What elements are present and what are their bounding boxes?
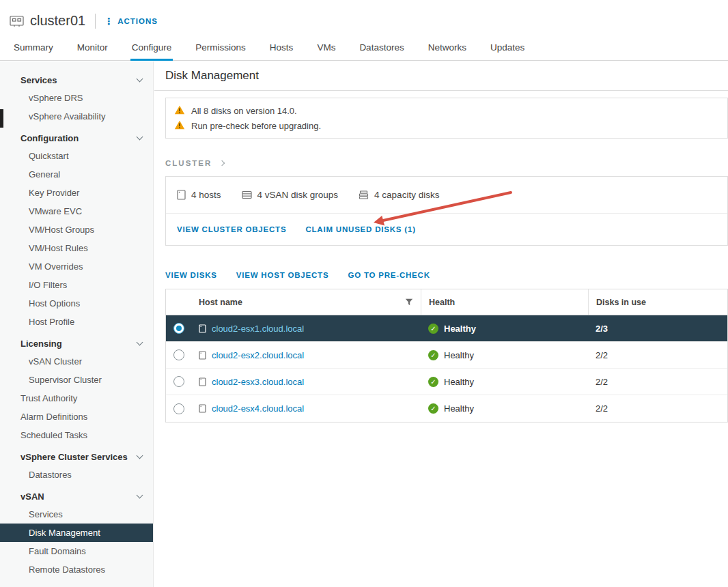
alert-row: All 8 disks on version 14.0. xyxy=(174,103,719,118)
sidebar-item-host-profile[interactable]: Host Profile xyxy=(0,313,153,331)
host-icon xyxy=(177,190,186,200)
sidebar-item-vsphere-drs[interactable]: vSphere DRS xyxy=(0,89,153,107)
table-row[interactable]: cloud2-esx3.cloud.local ✓ Healthy 2/2 xyxy=(166,369,727,395)
hosts-stat: 4 hosts xyxy=(177,190,221,200)
tab-configure[interactable]: Configure xyxy=(130,36,173,61)
row-radio[interactable] xyxy=(173,403,184,414)
sidebar-item-alarm-definitions[interactable]: Alarm Definitions xyxy=(0,407,153,426)
view-disks-link[interactable]: VIEW DISKS xyxy=(165,271,217,279)
sidebar-item-vsan-cluster[interactable]: vSAN Cluster xyxy=(0,352,153,371)
host-icon xyxy=(199,324,206,333)
claim-unused-disks-link[interactable]: CLAIM UNUSED DISKS (1) xyxy=(305,225,415,233)
host-icon xyxy=(199,351,206,360)
filter-icon[interactable] xyxy=(405,298,413,306)
sidebar-item-vsphere-availability[interactable]: vSphere Availability xyxy=(0,107,153,126)
tab-datastores[interactable]: Datastores xyxy=(358,36,405,61)
chevron-right-icon xyxy=(219,160,225,166)
tab-summary[interactable]: Summary xyxy=(12,36,55,61)
table-row[interactable]: cloud2-esx4.cloud.local ✓ Healthy 2/2 xyxy=(166,395,727,422)
sidebar-item-key-provider[interactable]: Key Provider xyxy=(0,184,153,202)
tab-updates[interactable]: Updates xyxy=(489,36,526,61)
sidebar-section-services[interactable]: Services xyxy=(0,71,153,89)
sidebar-item-disk-management[interactable]: Disk Management xyxy=(0,524,153,542)
disk-management-panel: Disk Management All 8 disks on version 1… xyxy=(154,61,728,587)
table-row[interactable]: cloud2-esx1.cloud.local ✓ Healthy 2/3 xyxy=(166,315,727,342)
chevron-down-icon xyxy=(137,453,143,459)
sidebar-item-vm-host-rules[interactable]: VM/Host Rules xyxy=(0,239,153,257)
chevron-down-icon xyxy=(137,339,143,346)
stat-label: 4 capacity disks xyxy=(374,190,439,200)
cluster-summary-card: 4 hosts 4 vSAN disk groups 4 capacity di… xyxy=(165,176,728,246)
actions-button[interactable]: ⋮ ACTIONS xyxy=(104,16,158,26)
host-name-column-header: Host name xyxy=(191,289,421,315)
sidebar-section-vsphere-cluster-services[interactable]: vSphere Cluster Services xyxy=(0,448,153,466)
actions-label: ACTIONS xyxy=(117,17,158,25)
table-header-row: Host name Health Disks in use xyxy=(166,289,727,315)
health-column-header: Health xyxy=(421,289,588,315)
chevron-down-icon xyxy=(137,492,143,499)
tab-hosts[interactable]: Hosts xyxy=(268,36,295,61)
disks-in-use-value: 2/3 xyxy=(588,324,727,334)
view-host-objects-link[interactable]: VIEW HOST OBJECTS xyxy=(236,271,329,279)
host-icon xyxy=(199,404,206,413)
host-name-link[interactable]: cloud2-esx2.cloud.local xyxy=(212,350,304,360)
go-to-pre-check-link[interactable]: GO TO PRE-CHECK xyxy=(348,271,430,279)
section-title: Disk Management xyxy=(154,61,728,90)
sidebar-item-general[interactable]: General xyxy=(0,165,153,184)
sidebar-item-quickstart[interactable]: Quickstart xyxy=(0,147,153,165)
sidebar-item-vmware-evc[interactable]: VMware EVC xyxy=(0,202,153,220)
host-name-link[interactable]: cloud2-esx4.cloud.local xyxy=(212,403,304,414)
health-label: Healthy xyxy=(444,324,476,334)
divider xyxy=(95,14,96,29)
disk-groups-stat: 4 vSAN disk groups xyxy=(242,190,339,200)
tab-permissions[interactable]: Permissions xyxy=(194,36,247,61)
object-header-bar: cluster01 ⋮ ACTIONS Summary Monitor Conf… xyxy=(0,0,728,61)
sidebar-item-remote-datastores[interactable]: Remote Datastores xyxy=(0,560,153,579)
row-radio-selected[interactable] xyxy=(173,323,184,334)
disk-group-icon xyxy=(242,190,252,199)
divider xyxy=(154,90,728,91)
sidebar-item-trust-authority[interactable]: Trust Authority xyxy=(0,389,153,407)
kebab-menu-icon: ⋮ xyxy=(104,16,114,26)
sidebar-section-vsan[interactable]: vSAN xyxy=(0,487,153,505)
cluster-icon xyxy=(10,14,24,27)
healthy-status-icon: ✓ xyxy=(428,403,438,414)
disks-in-use-value: 2/2 xyxy=(588,403,727,414)
sidebar-item-vm-overrides[interactable]: VM Overrides xyxy=(0,257,153,276)
row-radio[interactable] xyxy=(173,349,184,360)
host-name-link[interactable]: cloud2-esx3.cloud.local xyxy=(212,377,304,387)
sidebar-section-licensing[interactable]: Licensing xyxy=(0,334,153,352)
health-label: Healthy xyxy=(444,350,474,360)
tab-vms[interactable]: VMs xyxy=(316,36,337,61)
radio-column-header xyxy=(166,289,191,315)
sidebar-item-vm-host-groups[interactable]: VM/Host Groups xyxy=(0,220,153,239)
row-radio[interactable] xyxy=(173,376,184,387)
host-name-link[interactable]: cloud2-esx1.cloud.local xyxy=(212,324,304,334)
table-row[interactable]: cloud2-esx2.cloud.local ✓ Healthy 2/2 xyxy=(166,342,727,369)
host-icon xyxy=(199,377,206,386)
tab-monitor[interactable]: Monitor xyxy=(76,36,109,61)
chevron-down-icon xyxy=(137,134,143,141)
tab-networks[interactable]: Networks xyxy=(427,36,468,61)
sidebar-item-io-filters[interactable]: I/O Filters xyxy=(0,276,153,294)
view-cluster-objects-link[interactable]: VIEW CLUSTER OBJECTS xyxy=(177,225,286,233)
sidebar-item-datastores[interactable]: Datastores xyxy=(0,466,153,484)
alert-message: All 8 disks on version 14.0. xyxy=(191,106,297,116)
capacity-disks-stat: 4 capacity disks xyxy=(359,190,439,200)
health-label: Healthy xyxy=(444,377,474,387)
sidebar-item-vsan-services[interactable]: Services xyxy=(0,505,153,524)
breadcrumb-label: CLUSTER xyxy=(165,159,212,167)
configure-sidebar: Services vSphere DRS vSphere Availabilit… xyxy=(0,61,154,587)
disks-in-use-value: 2/2 xyxy=(588,377,727,387)
sidebar-section-configuration[interactable]: Configuration xyxy=(0,129,153,147)
sidebar-item-scheduled-tasks[interactable]: Scheduled Tasks xyxy=(0,426,153,444)
hosts-table: Host name Health Disks in use cloud2-esx… xyxy=(165,289,728,423)
sidebar-item-fault-domains[interactable]: Fault Domains xyxy=(0,542,153,560)
disks-in-use-column-header: Disks in use xyxy=(588,289,727,315)
table-action-links: VIEW DISKS VIEW HOST OBJECTS GO TO PRE-C… xyxy=(165,271,728,279)
breadcrumb[interactable]: CLUSTER xyxy=(165,159,728,167)
warning-alert-box: All 8 disks on version 14.0. Run pre-che… xyxy=(165,98,728,139)
scrollbar-thumb[interactable] xyxy=(0,109,3,128)
sidebar-item-supervisor-cluster[interactable]: Supervisor Cluster xyxy=(0,371,153,389)
sidebar-item-host-options[interactable]: Host Options xyxy=(0,294,153,313)
